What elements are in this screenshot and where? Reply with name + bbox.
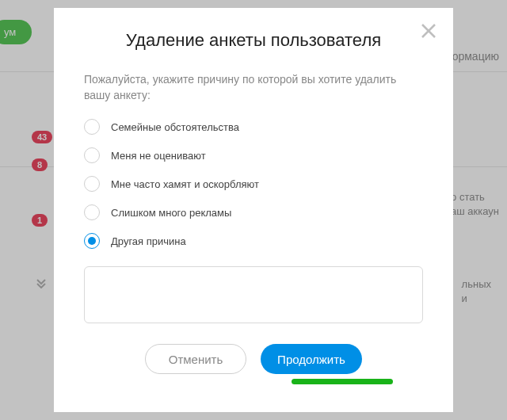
radio-label: Мне часто хамят и оскорбляют: [111, 178, 259, 190]
modal-title: Удаление анкеты пользователя: [84, 30, 423, 51]
reason-option-ads[interactable]: Слишком много рекламы: [84, 204, 423, 220]
radio-icon: [84, 204, 100, 220]
close-icon[interactable]: [420, 22, 437, 40]
reason-option-family[interactable]: Семейные обстоятельства: [84, 119, 423, 135]
reason-option-other[interactable]: Другая причина: [84, 233, 423, 249]
modal-description: Пожалуйста, укажите причину по которой в…: [84, 71, 423, 103]
other-reason-input[interactable]: [84, 266, 423, 323]
delete-profile-modal: Удаление анкеты пользователя Пожалуйста,…: [54, 8, 453, 412]
radio-icon: [84, 119, 100, 135]
radio-icon: [84, 233, 100, 249]
reason-option-not-rated[interactable]: Меня не оценивают: [84, 147, 423, 163]
radio-label: Слишком много рекламы: [111, 207, 231, 219]
highlight-underline: [292, 379, 393, 384]
modal-actions: Отменить Продолжить: [84, 344, 423, 374]
continue-button[interactable]: Продолжить: [261, 344, 362, 374]
radio-label: Семейные обстоятельства: [111, 121, 239, 133]
radio-label: Другая причина: [111, 235, 186, 247]
reason-option-rude[interactable]: Мне часто хамят и оскорбляют: [84, 176, 423, 192]
cancel-button[interactable]: Отменить: [145, 344, 246, 374]
radio-icon: [84, 147, 100, 163]
radio-label: Меня не оценивают: [111, 150, 206, 162]
radio-icon: [84, 176, 100, 192]
